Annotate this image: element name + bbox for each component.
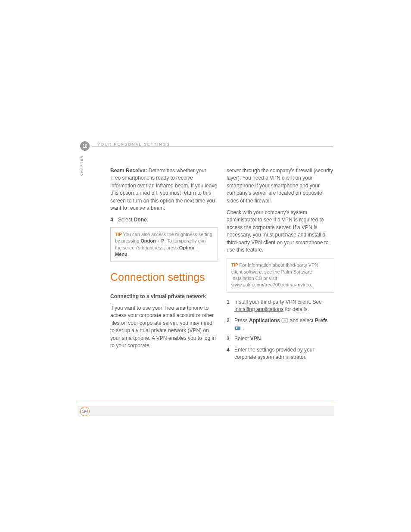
section-heading-connection: Connection settings <box>110 269 218 285</box>
vpn-intro-paragraph: If you want to use your Treo smartphone … <box>110 305 218 349</box>
right-column: server through the company's firewall (s… <box>227 167 334 365</box>
chapter-label: CHAPTER <box>80 155 83 176</box>
vpn-check-paragraph: Check with your company's system adminis… <box>227 209 334 254</box>
step-number: 4 <box>110 216 118 224</box>
svg-rect-2 <box>236 327 237 329</box>
beam-receive-label: Beam Receive: <box>110 168 147 174</box>
step-body: Enter the settings provided by your corp… <box>234 346 334 361</box>
left-column: Beam Receive: Determines whether your Tr… <box>110 167 218 365</box>
step-body: Select VPN. <box>234 335 334 342</box>
beam-receive-text: Determines whether your Treo smartphone … <box>110 168 217 211</box>
tip-option-2: Option <box>179 245 194 250</box>
header-rule <box>92 146 333 146</box>
step-body: Install your third-party VPN client. See… <box>234 299 334 314</box>
step-number: 2 <box>227 317 234 332</box>
tip-option-1: Option <box>140 238 156 243</box>
step-2: 2 Press Applications and select Prefs . <box>227 317 334 332</box>
tip-box-brightness: TIP You can also access the brightness s… <box>110 227 218 262</box>
s1-post: for details. <box>283 306 309 312</box>
prefs-icon <box>234 326 241 331</box>
tip-plus-1: + <box>156 238 162 243</box>
step-number: 3 <box>227 335 234 342</box>
applications-label: Applications <box>249 317 280 324</box>
step-text-post: . <box>147 217 148 223</box>
s1-pre: Install your third-party VPN client. See <box>234 299 322 305</box>
tip-label: TIP <box>115 232 122 237</box>
palm-link[interactable]: www.palm.com/treo700pcdma-mytreo <box>231 282 311 287</box>
step-1: 1 Install your third-party VPN client. S… <box>227 299 334 314</box>
vpn-label: VPN <box>250 336 261 342</box>
content-area: Beam Receive: Determines whether your Tr… <box>110 167 334 365</box>
step-body: Press Applications and select Prefs . <box>234 317 334 332</box>
beam-receive-paragraph: Beam Receive: Determines whether your Tr… <box>110 167 218 212</box>
step-4: 4 Enter the settings provided by your co… <box>227 346 334 361</box>
step-body: Select Done. <box>118 216 218 224</box>
tip-p-key: P <box>161 238 164 243</box>
s2-post: . <box>241 325 244 331</box>
installing-apps-link[interactable]: Installing applications <box>234 306 283 312</box>
tip-text-3: . <box>128 252 129 257</box>
vpn-continuation: server through the company's firewall (s… <box>227 167 334 205</box>
applications-icon <box>281 318 288 323</box>
tip-vpn-post: . <box>311 282 312 287</box>
done-label: Done <box>134 217 147 223</box>
footer-band <box>78 406 334 416</box>
svg-rect-0 <box>282 318 288 323</box>
tip-vpn-text: For information about third-party VPN cl… <box>231 262 318 281</box>
step-3: 3 Select VPN. <box>227 335 334 342</box>
tip-menu-key: Menu <box>115 252 128 257</box>
footer-rule <box>78 403 334 403</box>
chapter-badge: 10 <box>80 141 90 151</box>
step-number: 4 <box>227 346 234 361</box>
s3-post: . <box>261 336 262 342</box>
tip-label: TIP <box>231 263 238 268</box>
s2-mid: and select <box>290 317 315 324</box>
prefs-label: Prefs <box>315 317 328 324</box>
page-number: 194 <box>81 409 88 414</box>
s3-pre: Select <box>234 336 250 342</box>
page-number-badge: 194 <box>80 407 90 416</box>
chapter-number: 10 <box>82 144 87 149</box>
tip-plus-2: + <box>194 245 198 250</box>
step-text-pre: Select <box>118 217 134 223</box>
step-4: 4 Select Done. <box>110 216 218 224</box>
step-number: 1 <box>227 299 234 314</box>
tip-box-vpn-software: TIP For information about third-party VP… <box>227 258 334 292</box>
svg-rect-1 <box>235 327 240 330</box>
s2-pre: Press <box>234 317 249 324</box>
subheading-vpn: Connecting to a virtual private network <box>110 293 218 300</box>
